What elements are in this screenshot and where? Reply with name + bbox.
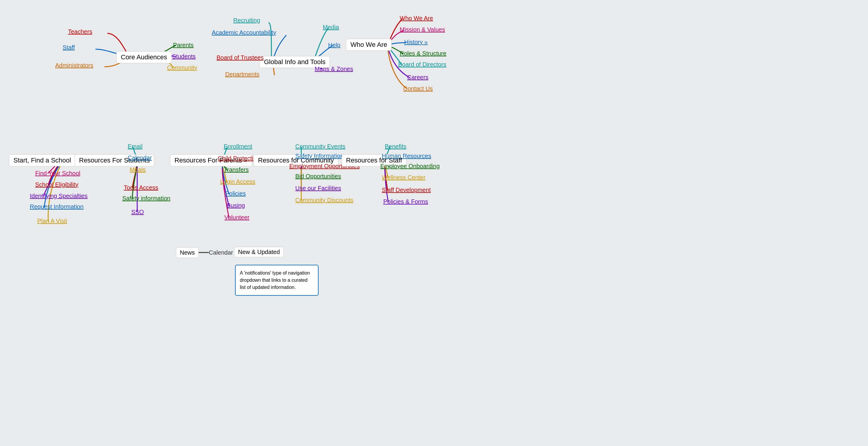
start-find-school-node: Start, Find a School — [9, 154, 75, 166]
administrators-label[interactable]: Administrators — [55, 62, 93, 69]
calendar-s-label[interactable]: Calendar — [128, 154, 152, 161]
notification-text: A 'notifications' type of navigation dro… — [240, 270, 310, 290]
eligibility-label[interactable]: School Eligibility — [35, 181, 79, 188]
academic-label[interactable]: Academic Accountability — [212, 29, 276, 36]
maps-zones-label[interactable]: Maps & Zones — [315, 66, 353, 72]
community-discounts-label[interactable]: Community Discounts — [295, 197, 353, 203]
students-label[interactable]: Students — [172, 53, 196, 60]
specialties-label[interactable]: Identifying Specialties — [30, 193, 87, 199]
benefits-label[interactable]: Benefits — [385, 143, 406, 150]
find-school-label[interactable]: Find Your School — [35, 170, 80, 177]
request-info-label[interactable]: Request Information — [30, 203, 84, 210]
tools-access-label[interactable]: Tools Access — [124, 184, 158, 191]
history-label[interactable]: History » — [404, 39, 428, 45]
news-node[interactable]: News — [176, 248, 199, 258]
human-resources-label[interactable]: Human Resources — [382, 153, 431, 159]
meals-label[interactable]: Meals — [130, 166, 146, 173]
parents-label[interactable]: Parents — [173, 42, 194, 49]
media-label[interactable]: Media — [323, 24, 339, 31]
bid-opp-label[interactable]: Bid Opportunities — [295, 173, 341, 180]
teachers-label[interactable]: Teachers — [68, 28, 92, 35]
news-label: News — [180, 249, 195, 256]
safety-info-c-label[interactable]: Safety Information — [295, 153, 344, 159]
help-label[interactable]: Help — [328, 42, 340, 49]
transfers-label[interactable]: Transfers — [224, 166, 249, 173]
wellness-label[interactable]: Wellness Center — [382, 174, 425, 181]
login-access-label[interactable]: Login Access — [220, 178, 255, 185]
departments-label[interactable]: Departments — [225, 71, 259, 78]
mission-label[interactable]: Mission & Values — [400, 26, 445, 33]
safety-info-s-label[interactable]: Safety information — [122, 195, 170, 202]
new-updated-node[interactable]: New & Updated — [234, 247, 284, 257]
staff-dev-label[interactable]: Staff Development — [382, 187, 431, 193]
roles-label[interactable]: Roles & Structure — [400, 50, 446, 57]
sso-label[interactable]: SSO — [131, 209, 144, 216]
community-label[interactable]: Community — [167, 64, 197, 71]
who-we-are-label[interactable]: Who We Are — [400, 15, 433, 22]
board-trustees-label[interactable]: Board of Trustees — [217, 54, 264, 61]
core-audiences-node: Core Audiences — [116, 51, 172, 63]
recruiting-label[interactable]: Recruiting — [233, 17, 260, 24]
notification-note: A 'notifications' type of navigation dro… — [235, 265, 318, 296]
enrollment-label[interactable]: Enrollment — [224, 143, 252, 150]
community-events-label[interactable]: Community Events — [295, 143, 345, 150]
careers-label[interactable]: Careers — [407, 74, 428, 81]
policies-label[interactable]: Policies — [225, 190, 246, 197]
policies-forms-label[interactable]: Policies & Forms — [383, 198, 428, 205]
plan-visit-label[interactable]: Plan A Visit — [37, 218, 67, 224]
staff-label[interactable]: Staff — [63, 44, 75, 51]
board-directors-label[interactable]: Board of Directors — [398, 61, 446, 68]
volunteer-label[interactable]: Volunteer — [224, 214, 250, 221]
contact-label[interactable]: Contact Us — [403, 85, 433, 92]
who-we-are-box: Who We Are — [346, 39, 392, 51]
busing-label[interactable]: Busing — [227, 202, 245, 209]
calendar-bottom-label[interactable]: Calendar — [209, 249, 233, 256]
email-label[interactable]: Email — [128, 143, 143, 150]
use-facilities-label[interactable]: Use our Facilities — [295, 185, 341, 192]
emp-onboarding-label[interactable]: Employee Onboarding — [380, 163, 440, 170]
